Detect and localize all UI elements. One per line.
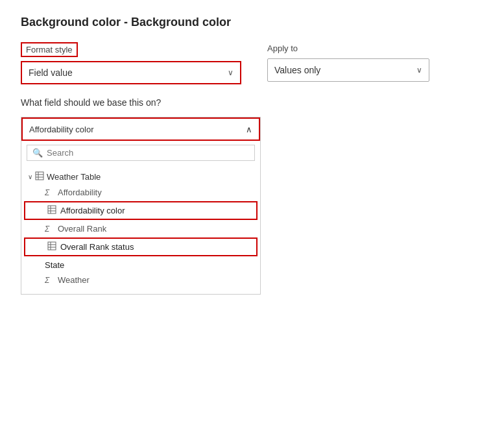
apply-to-label: Apply to <box>267 42 429 55</box>
sigma-icon: Σ <box>45 225 54 234</box>
tree-item-state[interactable]: State <box>21 258 260 273</box>
apply-to-select[interactable]: Values only ∨ <box>267 58 429 82</box>
tree-group-label: Weather Table <box>47 172 101 182</box>
tree-item-label: Affordability <box>58 188 102 197</box>
tree-item-label: Affordability color <box>60 206 125 215</box>
svg-rect-4 <box>48 206 56 213</box>
svg-rect-0 <box>36 172 43 180</box>
format-style-label: Format style <box>21 42 78 57</box>
chevron-down-icon: ∨ <box>416 66 422 75</box>
tree-list: ∨ Weather Table Σ Affordability <box>21 165 260 294</box>
tree-item-weather[interactable]: Σ Weather <box>21 273 260 287</box>
tree-item-label: State <box>45 260 64 270</box>
grid-icon <box>47 241 56 252</box>
tree-item-affordability-color[interactable]: Affordability color <box>24 201 258 220</box>
tree-item-label: Weather <box>58 275 90 285</box>
svg-rect-8 <box>48 242 56 250</box>
tree-item-overall-rank-status[interactable]: Overall Rank status <box>24 237 258 256</box>
chevron-up-icon: ∧ <box>246 125 252 134</box>
sigma-icon: Σ <box>45 188 54 197</box>
apply-to-value: Values only <box>274 65 320 75</box>
tree-item-label: Overall Rank status <box>60 242 134 252</box>
format-style-select[interactable]: Field value ∨ <box>21 61 241 84</box>
tree-item-affordability[interactable]: Σ Affordability <box>21 185 260 200</box>
search-box: 🔍 <box>27 145 255 161</box>
page-title: Background color - Background color <box>21 16 483 29</box>
table-icon <box>35 171 44 182</box>
sigma-icon: Σ <box>45 276 54 285</box>
search-icon: 🔍 <box>32 148 43 158</box>
apply-to-group: Apply to Values only ∨ <box>267 42 429 82</box>
grid-icon <box>47 205 56 216</box>
tree-item-overall-rank[interactable]: Σ Overall Rank <box>21 221 260 236</box>
field-selector-label: Affordability color <box>29 125 93 134</box>
format-style-group: Format style Field value ∨ <box>21 42 241 84</box>
chevron-down-icon: ∨ <box>228 68 234 77</box>
format-style-value: Field value <box>29 67 73 78</box>
field-selector-header[interactable]: Affordability color ∧ <box>21 117 260 141</box>
search-input[interactable] <box>47 148 249 158</box>
expand-icon: ∨ <box>28 173 32 180</box>
field-dropdown-container: Affordability color ∧ 🔍 ∨ Weather Table … <box>21 117 261 295</box>
field-question: What field should we base this on? <box>21 97 483 108</box>
tree-item-label: Overall Rank <box>58 224 106 234</box>
tree-group-weather-table[interactable]: ∨ Weather Table <box>21 169 260 185</box>
